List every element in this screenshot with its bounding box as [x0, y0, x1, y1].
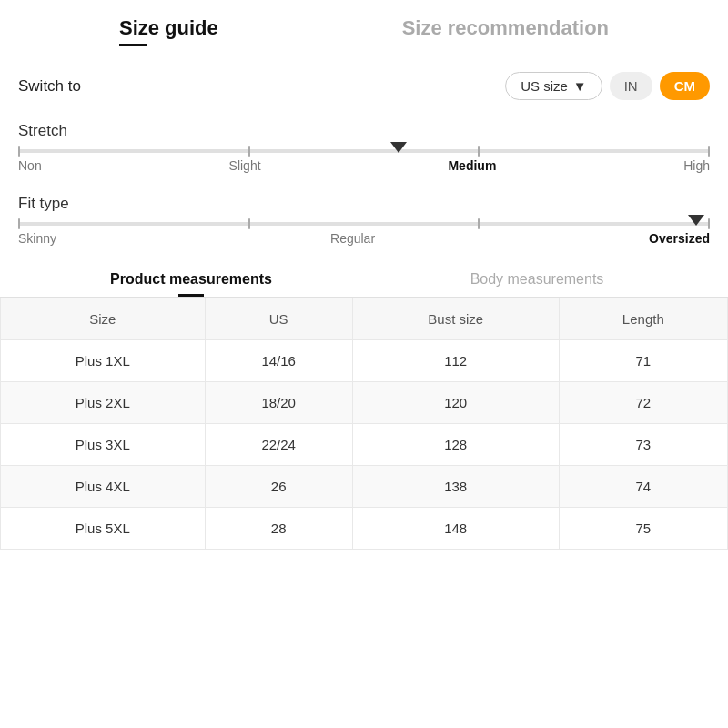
stretch-thumb	[390, 142, 407, 153]
table-cell-3: 75	[559, 508, 727, 550]
table-row: Plus 3XL22/2412873	[1, 424, 728, 466]
size-recommendation-tab[interactable]: Size recommendation	[402, 16, 609, 46]
stretch-track	[18, 149, 710, 153]
fit-track	[18, 222, 710, 226]
fit-label-skinny: Skinny	[18, 231, 56, 246]
stretch-slider[interactable]: Non Slight Medium High	[18, 149, 710, 173]
fit-tick-3	[478, 218, 480, 229]
fit-type-title: Fit type	[18, 195, 710, 213]
fit-thumb	[688, 215, 704, 226]
table-header-row: Size US Bust size Length	[1, 298, 728, 340]
body-measurements-tab[interactable]: Body measurements	[364, 271, 710, 297]
tick-4	[708, 146, 710, 157]
table-cell-1: 22/24	[205, 424, 352, 466]
table-cell-0: Plus 2XL	[1, 382, 206, 424]
table-row: Plus 4XL2613874	[1, 466, 728, 508]
fit-type-slider[interactable]: Skinny Regular Oversized	[18, 222, 710, 246]
table-cell-1: 18/20	[205, 382, 352, 424]
col-header-bust: Bust size	[352, 298, 559, 340]
stretch-label-non: Non	[18, 158, 42, 173]
table-cell-2: 112	[352, 340, 559, 382]
switch-label: Switch to	[18, 77, 496, 96]
stretch-title: Stretch	[18, 122, 710, 140]
fit-labels: Skinny Regular Oversized	[18, 231, 710, 246]
fit-label-oversized: Oversized	[649, 231, 710, 246]
col-header-size: Size	[1, 298, 206, 340]
fit-type-section: Fit type Skinny Regular Oversized	[0, 182, 728, 255]
stretch-section: Stretch Non Slight Medium High	[0, 109, 728, 182]
table-cell-0: Plus 4XL	[1, 466, 206, 508]
size-table: Size US Bust size Length Plus 1XL14/1611…	[0, 298, 728, 550]
table-cell-3: 73	[559, 424, 727, 466]
cm-button[interactable]: CM	[660, 72, 710, 100]
stretch-label-slight: Slight	[229, 158, 261, 173]
fit-tick-2	[248, 218, 250, 229]
switch-buttons: US size ▼ IN CM	[505, 72, 710, 100]
table-row: Plus 2XL18/2012072	[1, 382, 728, 424]
stretch-labels: Non Slight Medium High	[18, 158, 710, 173]
tick-1	[18, 146, 20, 157]
fit-tick-4	[708, 218, 710, 229]
table-cell-1: 28	[205, 508, 352, 550]
tick-2	[248, 146, 250, 157]
measurements-tabs: Product measurements Body measurements	[0, 255, 728, 298]
in-button[interactable]: IN	[610, 72, 652, 100]
table-cell-0: Plus 5XL	[1, 508, 206, 550]
size-guide-tab[interactable]: Size guide	[119, 16, 218, 46]
switch-row: Switch to US size ▼ IN CM	[0, 56, 728, 109]
product-measurements-tab[interactable]: Product measurements	[18, 271, 364, 297]
table-cell-1: 14/16	[205, 340, 352, 382]
fit-label-regular: Regular	[330, 231, 375, 246]
table-cell-3: 71	[559, 340, 727, 382]
tick-3	[478, 146, 480, 157]
fit-tick-1	[18, 218, 20, 229]
chevron-down-icon: ▼	[573, 78, 587, 94]
table-cell-2: 138	[352, 466, 559, 508]
us-size-dropdown[interactable]: US size ▼	[505, 72, 602, 100]
table-cell-0: Plus 3XL	[1, 424, 206, 466]
stretch-label-high: High	[683, 158, 710, 173]
table-cell-0: Plus 1XL	[1, 340, 206, 382]
col-header-length: Length	[559, 298, 727, 340]
table-row: Plus 5XL2814875	[1, 508, 728, 550]
col-header-us: US	[205, 298, 352, 340]
table-cell-3: 72	[559, 382, 727, 424]
table-body: Plus 1XL14/1611271Plus 2XL18/2012072Plus…	[1, 340, 728, 550]
table-row: Plus 1XL14/1611271	[1, 340, 728, 382]
table-cell-2: 120	[352, 382, 559, 424]
table-cell-2: 148	[352, 508, 559, 550]
table-cell-2: 128	[352, 424, 559, 466]
page-header: Size guide Size recommendation	[0, 0, 728, 56]
table-cell-1: 26	[205, 466, 352, 508]
stretch-label-medium: Medium	[448, 158, 496, 173]
table-cell-3: 74	[559, 466, 727, 508]
